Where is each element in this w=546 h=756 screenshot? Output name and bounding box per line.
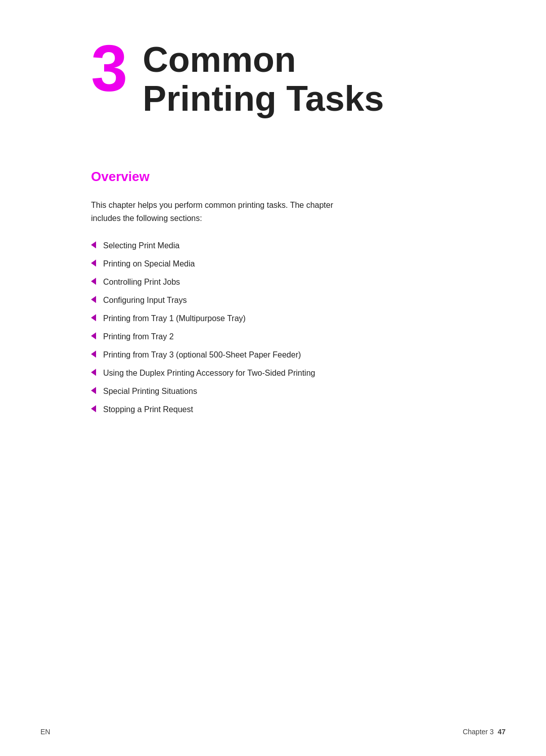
bullet-icon: [91, 350, 96, 358]
chapter-title-line1: Common: [143, 40, 384, 79]
bullet-icon: [91, 259, 96, 266]
list-item: Printing on Special Media: [91, 258, 455, 270]
toc-item-label: Selecting Print Media: [103, 240, 179, 252]
list-item: Selecting Print Media: [91, 240, 455, 252]
toc-item-label: Printing from Tray 1 (Multipurpose Tray): [103, 313, 246, 325]
page: 3 Common Printing Tasks Overview This ch…: [0, 0, 546, 756]
bullet-icon: [91, 278, 96, 285]
toc-item-label: Special Printing Situations: [103, 385, 197, 397]
bullet-icon: [91, 387, 96, 394]
bullet-icon: [91, 296, 96, 303]
bullet-icon: [91, 369, 96, 376]
section-title: Overview: [91, 169, 455, 185]
content-area: Overview This chapter helps you perform …: [0, 149, 546, 462]
intro-text: This chapter helps you perform common pr…: [91, 199, 364, 225]
page-footer: EN Chapter 3 47: [0, 728, 546, 736]
bullet-icon: [91, 332, 96, 339]
toc-item-label: Printing on Special Media: [103, 258, 195, 270]
toc-item-label: Controlling Print Jobs: [103, 276, 180, 288]
list-item: Printing from Tray 2: [91, 331, 455, 343]
list-item: Printing from Tray 3 (optional 500-Sheet…: [91, 349, 455, 361]
chapter-title-line2: Printing Tasks: [143, 79, 384, 118]
bullet-icon: [91, 405, 96, 412]
footer-right-label: Chapter 3 47: [463, 728, 506, 736]
toc-item-label: Stopping a Print Request: [103, 404, 193, 416]
toc-item-label: Configuring Input Trays: [103, 294, 187, 306]
bullet-icon: [91, 241, 96, 248]
bullet-icon: [91, 314, 96, 321]
list-item: Controlling Print Jobs: [91, 276, 455, 288]
toc-item-label: Using the Duplex Printing Accessory for …: [103, 367, 315, 379]
list-item: Special Printing Situations: [91, 385, 455, 397]
footer-page: 47: [497, 728, 506, 736]
footer-left-label: EN: [40, 728, 50, 736]
list-item: Printing from Tray 1 (Multipurpose Tray): [91, 313, 455, 325]
list-item: Using the Duplex Printing Accessory for …: [91, 367, 455, 379]
footer-chapter: Chapter 3: [463, 728, 493, 736]
toc-item-label: Printing from Tray 2: [103, 331, 174, 343]
toc-item-label: Printing from Tray 3 (optional 500-Sheet…: [103, 349, 301, 361]
list-item: Stopping a Print Request: [91, 404, 455, 416]
chapter-title-block: Common Printing Tasks: [143, 40, 384, 118]
chapter-number: 3: [91, 35, 127, 101]
chapter-header: 3 Common Printing Tasks: [0, 0, 546, 149]
toc-list: Selecting Print MediaPrinting on Special…: [91, 240, 455, 416]
list-item: Configuring Input Trays: [91, 294, 455, 306]
